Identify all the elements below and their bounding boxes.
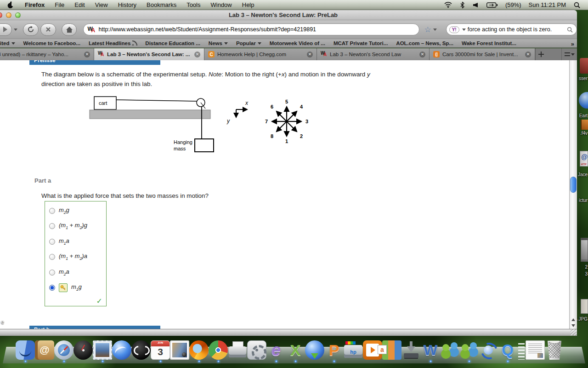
address-book-dock-icon[interactable]: @ <box>35 340 54 360</box>
volume-icon[interactable] <box>469 2 481 8</box>
tab-lab3-prelab[interactable]: WA Lab 3 – Newton's Second Law: ...✕ <box>94 48 204 60</box>
resize-grip[interactable] <box>571 329 577 335</box>
forward-button[interactable] <box>0 23 12 36</box>
powerpoint-dock-icon[interactable]: P <box>324 340 344 360</box>
tab-yahoo-mail[interactable]: (23 unread) – rkittaney – Yaho...✕ <box>0 48 94 60</box>
documents-stack-dock-icon[interactable] <box>526 340 545 360</box>
bookmark-popular[interactable]: Popular <box>232 39 266 48</box>
close-tab-icon[interactable]: ✕ <box>84 52 90 58</box>
close-tab-icon[interactable]: ✕ <box>419 52 425 58</box>
close-tab-icon[interactable]: ✕ <box>307 52 313 58</box>
slider-icon-fragment[interactable] <box>581 238 588 262</box>
photo-booth-dock-icon[interactable] <box>170 340 189 360</box>
scroll-down-button[interactable] <box>570 322 577 328</box>
search-engine-dropdown-icon[interactable] <box>462 29 466 31</box>
reload-button[interactable] <box>23 23 39 36</box>
option-m1g-selected[interactable]: m1g <box>49 283 82 292</box>
firefox-dock-icon[interactable] <box>189 340 209 360</box>
bookmarks-overflow-chevron[interactable]: » <box>571 39 574 48</box>
zoom-window-button[interactable] <box>15 12 21 18</box>
close-tab-icon[interactable]: ✕ <box>525 52 531 58</box>
hp-printer-utility-dock-icon[interactable]: hp <box>344 340 363 360</box>
photo-file-icon[interactable] <box>581 299 588 314</box>
bookmark-star-button[interactable]: ☆ <box>424 26 438 34</box>
installer-dock-icon[interactable] <box>401 340 421 360</box>
history-dropdown-icon[interactable] <box>14 29 17 31</box>
home-button[interactable] <box>62 23 77 36</box>
radio-button[interactable] <box>49 254 55 260</box>
printer-dock-icon[interactable] <box>228 340 247 360</box>
system-preferences-dock-icon[interactable] <box>247 340 266 360</box>
close-window-button[interactable] <box>0 12 2 18</box>
google-earth-desktop-icon[interactable] <box>579 92 588 109</box>
option-m2a[interactable]: m2a <box>49 268 69 277</box>
menu-window[interactable]: Window <box>206 0 237 10</box>
battery-icon[interactable] <box>483 2 501 8</box>
answer-key-icon[interactable] <box>59 283 68 292</box>
office-suite-dock-icon[interactable]: a <box>382 340 401 360</box>
bookmark-distance-education[interactable]: Distance Education ... <box>141 39 204 48</box>
vertical-scrollbar[interactable] <box>569 60 577 329</box>
webloc-icon[interactable]: @HTTP <box>580 151 588 167</box>
option-m1-plus-m2-g[interactable]: (m1 + m2)g <box>49 221 87 230</box>
option-m1-plus-m2-a[interactable]: (m1 + m2)a <box>49 252 87 261</box>
radio-button[interactable] <box>49 239 55 245</box>
radio-button[interactable] <box>49 223 55 229</box>
option-m2g[interactable]: m2g <box>49 206 69 215</box>
word-dock-icon[interactable]: W <box>421 340 440 360</box>
black-orb-app-dock-icon[interactable] <box>131 340 151 360</box>
scroll-up-button[interactable] <box>570 316 577 322</box>
bookmark-news[interactable]: News <box>204 39 232 48</box>
desktop-icon-fragment[interactable] <box>580 58 588 74</box>
menu-help[interactable]: Help <box>237 0 260 10</box>
tab-cars[interactable]: (| Cars 30000mi for Sale | Invent...✕ <box>430 48 535 60</box>
title-bar[interactable]: Lab 3 – Newton's Second Law: PreLab <box>0 10 577 20</box>
search-bar[interactable]: Y! force acting on the object is zero. <box>446 23 577 35</box>
bluetooth-icon[interactable] <box>457 2 468 8</box>
scrollbar-thumb[interactable] <box>570 177 577 193</box>
menu-clock[interactable]: Sun 11:21 PM <box>526 1 569 8</box>
chrome-dock-icon[interactable] <box>209 340 228 360</box>
bookmark-facebook[interactable]: Welcome to Faceboo... <box>19 39 85 48</box>
messenger-dock-icon[interactable] <box>440 340 459 360</box>
minimize-window-button[interactable] <box>6 12 11 18</box>
radio-button[interactable] <box>49 270 55 276</box>
internet-download-dock-icon[interactable] <box>305 340 324 360</box>
star-dropdown-icon[interactable] <box>433 29 437 31</box>
video-file-icon[interactable] <box>581 120 588 130</box>
quicktime-dock-icon[interactable]: Q <box>498 340 517 360</box>
menu-bookmarks[interactable]: Bookmarks <box>141 0 181 10</box>
radio-button[interactable] <box>49 208 55 214</box>
url-bar[interactable]: WA http://www.webassign.net/web/Student/… <box>83 23 419 35</box>
menu-firefox[interactable]: Firefox <box>20 0 50 10</box>
ical-dock-icon[interactable]: JUN3 <box>151 340 170 360</box>
finder-dock-icon[interactable] <box>16 340 35 360</box>
messenger-2-dock-icon[interactable] <box>459 340 479 360</box>
close-tab-icon[interactable]: ✕ <box>194 52 200 58</box>
google-earth-dock-icon[interactable] <box>112 340 131 360</box>
menu-history[interactable]: History <box>113 0 141 10</box>
new-tab-button[interactable] <box>535 48 546 60</box>
menu-tools[interactable]: Tools <box>181 0 205 10</box>
wifi-icon[interactable] <box>441 2 455 8</box>
tab-list-button[interactable] <box>561 48 577 60</box>
tab-chegg[interactable]: C Homework Help | Chegg.com✕ <box>204 48 317 60</box>
bookmark-wake-forest[interactable]: Wake Forest Institut... <box>458 39 520 48</box>
menu-edit[interactable]: Edit <box>69 0 90 10</box>
bookmark-latest-headlines[interactable]: Latest Headlines <box>85 39 141 48</box>
menu-file[interactable]: File <box>50 0 69 10</box>
dashboard-dock-icon[interactable] <box>74 340 93 360</box>
spotlight-icon[interactable] <box>571 2 583 8</box>
mail-dock-icon[interactable] <box>93 340 112 360</box>
isync-dock-icon[interactable] <box>479 340 498 360</box>
entourage-dock-icon[interactable]: e <box>266 340 286 360</box>
menu-view[interactable]: View <box>90 0 113 10</box>
trash-dock-icon[interactable] <box>545 340 564 360</box>
radio-button-selected[interactable] <box>49 285 55 291</box>
bookmark-aol[interactable]: AOL.com – News, Sp... <box>392 39 458 48</box>
safari-dock-icon[interactable] <box>54 340 74 360</box>
tab-lab3[interactable]: WA Lab 3 – Newton's Second Law✕ <box>317 48 430 60</box>
bookmark-most-visited[interactable]: t Visited <box>0 39 19 48</box>
apple-menu[interactable] <box>0 0 20 10</box>
stop-button[interactable] <box>40 23 56 36</box>
